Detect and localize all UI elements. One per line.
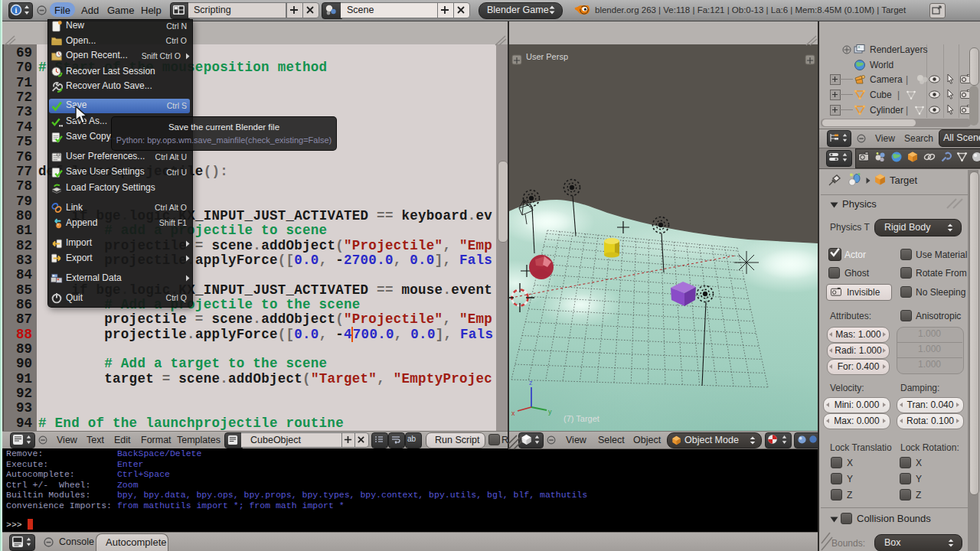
svg-text:i: i <box>15 6 18 15</box>
svg-text:(7) Target: (7) Target <box>564 414 599 423</box>
svg-text:y: y <box>548 408 552 416</box>
svg-text:x: x <box>511 409 515 417</box>
svg-text:z: z <box>529 379 533 386</box>
svg-text:User Persp: User Persp <box>526 52 568 61</box>
